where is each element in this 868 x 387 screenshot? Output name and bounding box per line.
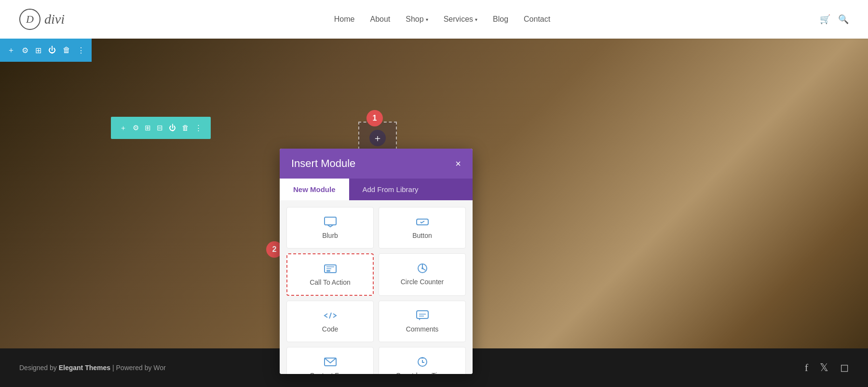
- settings-section-icon[interactable]: ⚙: [22, 46, 28, 55]
- more-row-icon[interactable]: ⋮: [195, 124, 202, 132]
- nav-blog[interactable]: Blog: [493, 15, 508, 24]
- circle-counter-label: Circle Counter: [401, 278, 444, 286]
- nav-shop[interactable]: Shop ▾: [406, 15, 428, 24]
- power-section-icon[interactable]: ⏻: [48, 46, 56, 55]
- footer-credits: Designed by Elegant Themes | Powered by …: [19, 364, 166, 372]
- contact-form-label: Contact Form: [310, 372, 351, 374]
- modal-close-button[interactable]: ×: [455, 159, 461, 168]
- modal-header: Insert Module ×: [280, 149, 473, 179]
- instagram-icon[interactable]: ◻: [840, 361, 849, 374]
- svg-point-5: [421, 267, 423, 269]
- module-blurb[interactable]: Blurb: [286, 207, 374, 249]
- comments-label: Comments: [406, 325, 439, 333]
- button-label: Button: [412, 232, 432, 239]
- shop-dropdown-arrow: ▾: [426, 17, 428, 22]
- power-row-icon[interactable]: ⏻: [169, 124, 176, 132]
- more-section-icon[interactable]: ⋮: [77, 46, 85, 55]
- modal-title: Insert Module: [291, 157, 355, 170]
- blurb-icon: [324, 216, 337, 228]
- svg-rect-3: [326, 270, 330, 272]
- module-call-to-action[interactable]: Call To Action: [286, 253, 374, 296]
- facebook-icon[interactable]: f: [805, 361, 808, 374]
- module-grid: Blurb Button Call To Action: [280, 200, 473, 374]
- layout-row-icon[interactable]: ⊞: [145, 124, 151, 132]
- nav-services[interactable]: Services ▾: [444, 15, 477, 24]
- cart-icon[interactable]: 🛒: [820, 14, 830, 25]
- comments-icon: [416, 310, 429, 321]
- row-toolbar: ＋ ⚙ ⊞ ⊟ ⏻ 🗑 ⋮: [111, 117, 211, 139]
- site-header: D divi Home About Shop ▾ Services ▾ Blog…: [0, 0, 868, 39]
- button-icon: [416, 216, 429, 228]
- search-icon[interactable]: 🔍: [838, 14, 849, 25]
- tab-new-module[interactable]: New Module: [280, 179, 349, 200]
- section-toolbar: ＋ ⚙ ⊞ ⏻ 🗑 ⋮: [0, 39, 92, 62]
- svg-rect-0: [325, 217, 336, 225]
- module-contact-form[interactable]: Contact Form: [286, 347, 374, 374]
- module-button[interactable]: Button: [379, 207, 466, 249]
- cta-label: Call To Action: [310, 278, 351, 286]
- twitter-icon[interactable]: 𝕏: [820, 361, 828, 374]
- module-code[interactable]: Code: [286, 301, 374, 342]
- header-icons: 🛒 🔍: [820, 14, 849, 25]
- services-dropdown-arrow: ▾: [475, 17, 477, 22]
- trash-row-icon[interactable]: 🗑: [182, 124, 189, 132]
- module-countdown[interactable]: Countdown Timer: [379, 347, 466, 374]
- code-label: Code: [322, 325, 338, 333]
- nav-about[interactable]: About: [370, 15, 390, 24]
- svg-rect-7: [417, 311, 428, 318]
- logo-text: divi: [44, 12, 65, 27]
- insert-module-modal: Insert Module × New Module Add From Libr…: [280, 149, 473, 374]
- countdown-icon: [416, 356, 429, 368]
- email-icon: [324, 356, 337, 368]
- circle-counter-icon: [416, 263, 429, 274]
- settings-row-icon[interactable]: ⚙: [133, 124, 139, 132]
- grid-row-icon[interactable]: ⊟: [157, 124, 163, 132]
- logo-circle: D: [19, 9, 41, 30]
- add-module-button[interactable]: ＋: [369, 130, 386, 146]
- code-icon: [324, 310, 337, 321]
- cta-icon: [324, 263, 337, 275]
- footer-brand: Elegant Themes: [59, 364, 110, 372]
- add-section-icon[interactable]: ＋: [7, 45, 15, 55]
- tab-add-from-library[interactable]: Add From Library: [349, 179, 432, 200]
- module-circle-counter[interactable]: Circle Counter: [379, 253, 466, 296]
- main-nav: Home About Shop ▾ Services ▾ Blog Contac…: [334, 15, 550, 24]
- nav-contact[interactable]: Contact: [524, 15, 550, 24]
- modal-tabs: New Module Add From Library: [280, 179, 473, 200]
- step-badge-1: 1: [366, 110, 383, 126]
- countdown-label: Countdown Timer: [396, 372, 449, 374]
- svg-line-6: [329, 313, 331, 318]
- nav-home[interactable]: Home: [334, 15, 355, 24]
- add-row-icon[interactable]: ＋: [120, 124, 127, 133]
- module-comments[interactable]: Comments: [379, 301, 466, 342]
- trash-section-icon[interactable]: 🗑: [63, 46, 70, 55]
- layout-section-icon[interactable]: ⊞: [35, 46, 41, 55]
- blurb-label: Blurb: [322, 232, 338, 239]
- logo[interactable]: D divi: [19, 9, 65, 30]
- footer-social-links: f 𝕏 ◻: [805, 361, 849, 374]
